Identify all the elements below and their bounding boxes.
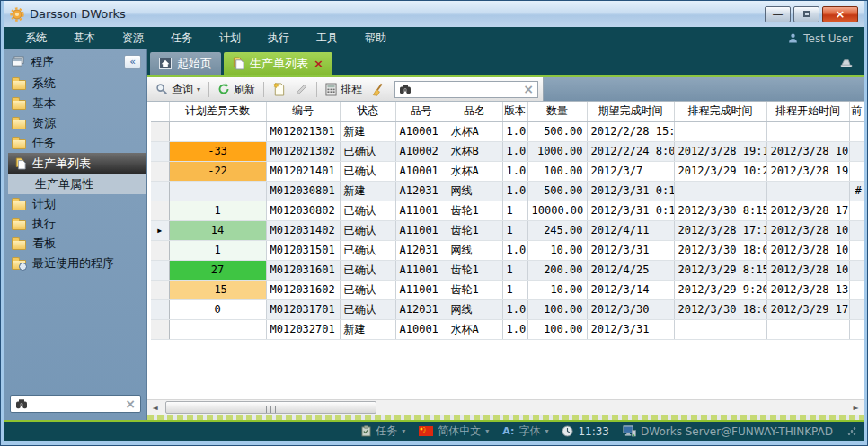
cell-status[interactable]: 已确认 bbox=[340, 280, 395, 299]
sidebar-item-9[interactable]: 最近使用的程序 bbox=[4, 254, 146, 273]
cell-item-no[interactable]: A10001 bbox=[395, 161, 447, 181]
cell-overflow[interactable] bbox=[849, 299, 864, 319]
cell-scheduled-finish[interactable] bbox=[674, 121, 766, 141]
scroll-right-icon[interactable]: ► bbox=[849, 401, 863, 415]
pin-panel-icon[interactable] bbox=[839, 58, 853, 67]
cell-expected-finish[interactable]: 2012/3/31 0:10 bbox=[587, 181, 674, 201]
cell-item-name[interactable]: 齿轮1 bbox=[447, 260, 502, 280]
cell-version[interactable]: 1.0 bbox=[502, 240, 527, 260]
cell-scheduled-start[interactable]: 2012/3/28 10:52 bbox=[766, 141, 849, 161]
cell-item-name[interactable]: 网线 bbox=[447, 299, 502, 319]
sidebar-item-3[interactable]: 任务 bbox=[4, 133, 146, 153]
cell-order-code[interactable]: M012031402 bbox=[266, 220, 340, 240]
row-selector[interactable] bbox=[151, 280, 169, 299]
row-selector[interactable] bbox=[151, 141, 169, 161]
cell-version[interactable]: 1 bbox=[502, 220, 527, 240]
current-user[interactable]: Test User bbox=[787, 32, 856, 45]
cell-diff-days[interactable] bbox=[169, 319, 266, 339]
cell-scheduled-start[interactable]: 2012/3/28 19:10 bbox=[766, 161, 849, 181]
table-row[interactable]: 27M012031601已确认A11001齿轮11200.002012/4/25… bbox=[151, 260, 864, 280]
cell-expected-finish[interactable]: 2012/3/31 0:17 bbox=[587, 201, 674, 220]
row-selector[interactable] bbox=[151, 161, 169, 181]
cell-overflow[interactable]: # bbox=[849, 181, 864, 201]
cell-scheduled-finish[interactable]: 2012/3/29 10:20 bbox=[674, 161, 766, 181]
cell-scheduled-start[interactable]: 2012/3/28 13:40 bbox=[766, 280, 849, 299]
column-header-1[interactable]: 计划差异天数 bbox=[169, 102, 266, 121]
menu-basic[interactable]: 基本 bbox=[60, 31, 109, 46]
tab-home[interactable]: 起始页 bbox=[150, 52, 221, 75]
table-row[interactable]: 0M012031701已确认A12031网线1.0100.002012/3/30… bbox=[151, 299, 864, 319]
column-header-7[interactable]: 数量 bbox=[527, 102, 587, 121]
cell-quantity[interactable]: 200.00 bbox=[527, 260, 587, 280]
sidebar-item-0[interactable]: 系统 bbox=[4, 74, 146, 94]
resize-grip-icon[interactable] bbox=[846, 426, 856, 436]
cell-version[interactable]: 1.0 bbox=[502, 161, 527, 181]
cell-item-no[interactable]: A12031 bbox=[395, 181, 447, 201]
menu-help[interactable]: 帮助 bbox=[351, 31, 400, 46]
cell-order-code[interactable]: M012031701 bbox=[266, 299, 340, 319]
cell-scheduled-start[interactable]: 2012/3/28 17:13 bbox=[766, 201, 849, 220]
cell-quantity[interactable]: 10000.00 bbox=[527, 201, 587, 220]
cell-item-no[interactable]: A10002 bbox=[395, 141, 447, 161]
column-header-3[interactable]: 状态 bbox=[340, 102, 395, 121]
column-header-2[interactable]: 编号 bbox=[266, 102, 340, 121]
status-clock[interactable]: 11:33 bbox=[562, 425, 609, 438]
cell-status[interactable]: 已确认 bbox=[340, 260, 395, 280]
cell-scheduled-finish[interactable]: 2012/3/28 17:13 bbox=[674, 220, 766, 240]
cell-order-code[interactable]: M012032701 bbox=[266, 319, 340, 339]
cell-overflow[interactable] bbox=[849, 141, 864, 161]
cell-quantity[interactable]: 100.00 bbox=[527, 319, 587, 339]
sidebar-item-1[interactable]: 基本 bbox=[4, 94, 146, 113]
cell-order-code[interactable]: M012031602 bbox=[266, 280, 340, 299]
cell-version[interactable]: 1 bbox=[502, 201, 527, 220]
sidebar-search-input[interactable] bbox=[31, 397, 121, 410]
cell-scheduled-start[interactable]: 2012/3/28 10:52 bbox=[766, 220, 849, 240]
cell-diff-days[interactable]: 1 bbox=[169, 240, 266, 260]
schedule-button[interactable]: 排程 bbox=[322, 80, 366, 99]
cell-order-code[interactable]: M012030802 bbox=[266, 201, 340, 220]
table-row[interactable]: 1M012030802已确认A11001齿轮1110000.002012/3/3… bbox=[151, 201, 864, 220]
row-selector[interactable] bbox=[151, 240, 169, 260]
cell-version[interactable]: 1.0 bbox=[502, 319, 527, 339]
row-selector[interactable] bbox=[151, 121, 169, 141]
cell-status[interactable]: 已确认 bbox=[340, 201, 395, 220]
cell-expected-finish[interactable]: 2012/3/31 bbox=[587, 319, 674, 339]
cell-diff-days[interactable] bbox=[169, 121, 266, 141]
cell-version[interactable]: 1.0 bbox=[502, 181, 527, 201]
cell-status[interactable]: 已确认 bbox=[340, 161, 395, 181]
cell-expected-finish[interactable]: 2012/3/31 bbox=[587, 240, 674, 260]
cell-quantity[interactable]: 245.00 bbox=[527, 220, 587, 240]
clean-button[interactable] bbox=[368, 81, 388, 98]
cell-scheduled-finish[interactable] bbox=[674, 181, 766, 201]
cell-scheduled-finish[interactable] bbox=[674, 319, 766, 339]
cell-item-name[interactable]: 水杯B bbox=[447, 141, 502, 161]
cell-scheduled-finish[interactable]: 2012/3/28 19:10 bbox=[674, 141, 766, 161]
cell-scheduled-start[interactable]: 2012/3/29 17:46 bbox=[766, 299, 849, 319]
cell-expected-finish[interactable]: 2012/3/14 bbox=[587, 280, 674, 299]
new-button[interactable] bbox=[269, 80, 289, 98]
cell-order-code[interactable]: M012031601 bbox=[266, 260, 340, 280]
cell-version[interactable]: 1.0 bbox=[502, 299, 527, 319]
sidebar-item-2[interactable]: 资源 bbox=[4, 113, 146, 133]
cell-item-no[interactable]: A12031 bbox=[395, 299, 447, 319]
cell-scheduled-start[interactable] bbox=[766, 181, 849, 201]
table-row[interactable]: -15M012031602已确认A11001齿轮1110.002012/3/14… bbox=[151, 280, 864, 299]
cell-overflow[interactable] bbox=[849, 280, 864, 299]
cell-order-code[interactable]: M012021302 bbox=[266, 141, 340, 161]
cell-diff-days[interactable]: -22 bbox=[169, 161, 266, 181]
cell-scheduled-finish[interactable]: 2012/3/30 8:15 bbox=[674, 201, 766, 220]
cell-quantity[interactable]: 100.00 bbox=[527, 299, 587, 319]
cell-item-no[interactable]: A11001 bbox=[395, 201, 447, 220]
cell-scheduled-start[interactable] bbox=[766, 121, 849, 141]
sidebar-item-6[interactable]: 计划 bbox=[4, 194, 146, 214]
status-language-dropdown[interactable]: 简体中文 ▾ bbox=[419, 424, 489, 439]
cell-quantity[interactable]: 500.00 bbox=[527, 181, 587, 201]
cell-expected-finish[interactable]: 2012/2/24 8:00 bbox=[587, 141, 674, 161]
cell-scheduled-start[interactable] bbox=[766, 319, 849, 339]
column-header-11[interactable]: 前 bbox=[849, 102, 864, 121]
cell-status[interactable]: 已确认 bbox=[340, 141, 395, 161]
cell-order-code[interactable]: M012030801 bbox=[266, 181, 340, 201]
cell-status[interactable]: 新建 bbox=[340, 319, 395, 339]
column-header-4[interactable]: 品号 bbox=[395, 102, 447, 121]
cell-status[interactable]: 新建 bbox=[340, 181, 395, 201]
